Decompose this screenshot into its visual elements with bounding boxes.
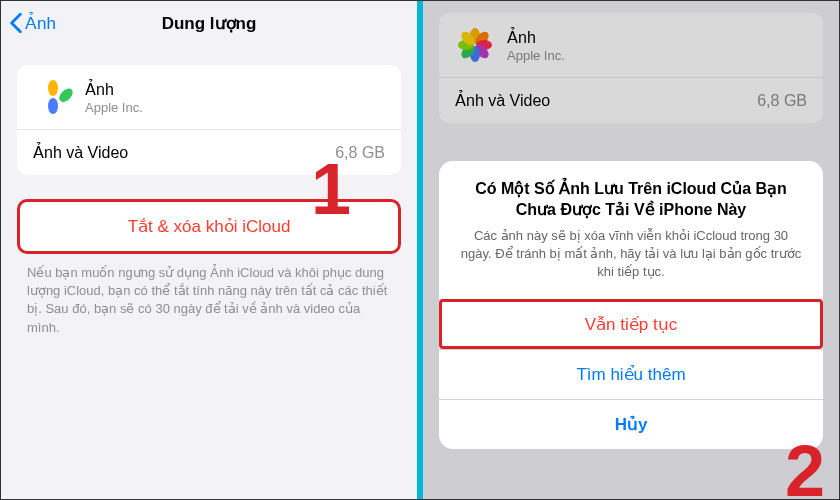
sheet-message: Các ảnh này sẽ bị xóa vĩnh viễn khỏi iCc…	[459, 227, 803, 282]
svg-point-4	[48, 98, 58, 114]
app-publisher: Apple Inc.	[85, 100, 143, 115]
photos-app-icon	[33, 77, 73, 117]
continue-button[interactable]: Vẫn tiếp tục	[439, 299, 823, 349]
learn-more-button[interactable]: Tìm hiểu thêm	[439, 349, 823, 399]
app-name: Ảnh	[85, 80, 143, 99]
footer-description: Nếu bạn muốn ngưng sử dụng Ảnh iCloud và…	[27, 264, 391, 337]
storage-row-label: Ảnh và Video	[33, 143, 128, 162]
confirmation-sheet: Có Một Số Ảnh Lưu Trên iCloud Của Bạn Ch…	[439, 161, 823, 449]
learn-more-label: Tìm hiểu thêm	[576, 365, 685, 384]
screen-left-settings: Ảnh Dung lượng	[1, 1, 417, 499]
nav-bar: Ảnh Dung lượng	[1, 1, 417, 45]
app-header-row: Ảnh Apple Inc.	[17, 65, 401, 130]
screen-right-confirm: Ảnh Apple Inc. Ảnh và Video 6,8 GB Có Mộ…	[423, 1, 839, 499]
page-title: Dung lượng	[1, 13, 417, 34]
cancel-button[interactable]: Hủy	[439, 399, 823, 449]
svg-point-0	[48, 80, 58, 96]
svg-point-5	[57, 86, 73, 104]
cancel-label: Hủy	[615, 415, 648, 434]
sheet-title: Có Một Số Ảnh Lưu Trên iCloud Của Bạn Ch…	[459, 179, 803, 221]
continue-label: Vẫn tiếp tục	[585, 315, 677, 334]
annotation-step-number: 1	[311, 153, 351, 225]
disable-delete-label: Tắt & xóa khỏi iCloud	[128, 217, 291, 236]
annotation-step-number: 2	[785, 435, 825, 499]
